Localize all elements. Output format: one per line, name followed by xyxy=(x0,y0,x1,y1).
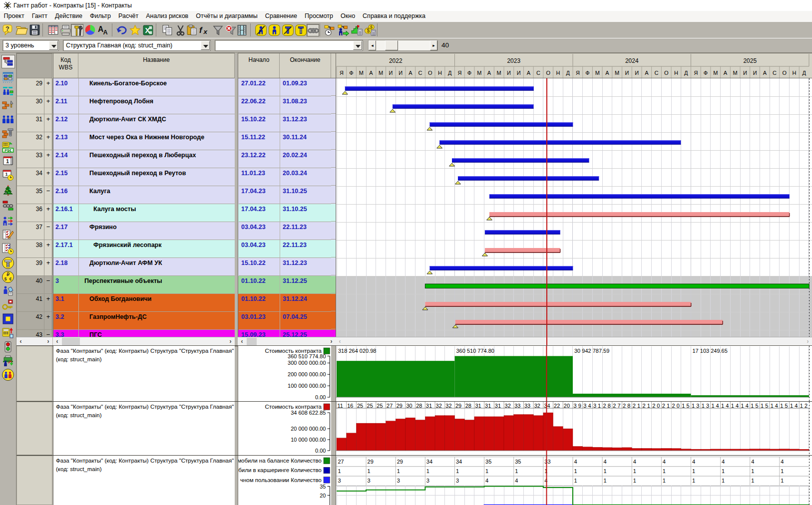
cell-start[interactable]: 17.04.23 xyxy=(239,186,280,204)
table-row-dates[interactable]: 01.10.2231.12.24 xyxy=(238,294,336,312)
collapse-button[interactable]: − xyxy=(44,222,52,240)
materials-button[interactable] xyxy=(1,127,15,140)
scroll-right-icon[interactable]: › xyxy=(227,337,234,345)
cell-finish[interactable]: 31.12.23 xyxy=(280,258,331,276)
table-row-dates[interactable]: 15.11.2230.11.24 xyxy=(238,132,336,150)
table-row-dates[interactable]: 03.04.2322.11.23 xyxy=(238,240,336,258)
cell-start[interactable]: 17.04.23 xyxy=(239,204,280,222)
budget-calc-button[interactable]: $$ xyxy=(364,24,377,36)
team-button[interactable] xyxy=(1,368,15,382)
cell-code[interactable]: 3.3 xyxy=(53,330,78,337)
table-row-dates[interactable]: 11.01.2320.03.24 xyxy=(238,168,336,186)
cell-start[interactable]: 11.01.23 xyxy=(239,168,280,186)
cell-code[interactable]: 2.17.1 xyxy=(53,240,78,258)
month-cost-bar[interactable] xyxy=(415,420,425,451)
menu-Справка и поддержка[interactable]: Справка и поддержка xyxy=(359,11,429,22)
filter-button[interactable] xyxy=(212,24,224,36)
cell-code[interactable]: 2.16 xyxy=(53,186,78,204)
menu-Фильтр[interactable]: Фильтр xyxy=(86,11,115,22)
cell-name[interactable]: Калуга мосты xyxy=(78,204,235,222)
cell-finish[interactable]: 07.04.25 xyxy=(280,312,331,330)
colors-button[interactable] xyxy=(84,24,96,36)
expand-button[interactable]: + xyxy=(44,78,52,96)
row-number[interactable]: 35 xyxy=(17,186,44,204)
cell-name[interactable]: Мост через Ока в Нижнем Новгороде xyxy=(78,132,235,150)
cell-start[interactable]: 15.11.22 xyxy=(239,132,280,150)
cell-name[interactable]: Дюртюли-Ачит АФМ УК xyxy=(78,258,235,276)
cut-button[interactable] xyxy=(174,24,187,36)
row-number[interactable]: 34 xyxy=(17,168,44,186)
cell-finish[interactable]: 20.02.24 xyxy=(280,150,331,168)
month-cost-bar[interactable] xyxy=(494,417,504,451)
undo-button[interactable] xyxy=(116,24,128,36)
year-cost-bar[interactable] xyxy=(337,361,454,397)
schedule-calc-button[interactable] xyxy=(324,24,336,36)
cell-finish[interactable]: 20.03.24 xyxy=(280,168,331,186)
cell-name[interactable]: ГазпромНефть-ДС xyxy=(78,312,235,330)
cell-finish[interactable]: 31.08.23 xyxy=(280,96,331,114)
month-cost-bar[interactable] xyxy=(366,423,376,451)
cell-name[interactable]: Фрязино xyxy=(78,222,235,240)
month-cost-bar[interactable] xyxy=(484,417,494,451)
month-cost-bar[interactable] xyxy=(445,416,455,451)
cell-code[interactable]: 2.14 xyxy=(53,150,78,168)
open-button[interactable] xyxy=(15,24,28,36)
table-row-dates[interactable]: 17.04.2331.10.25 xyxy=(238,204,336,222)
resource-calc-button[interactable] xyxy=(337,24,350,36)
options-button[interactable] xyxy=(71,24,83,36)
table-row-dates[interactable]: 15.10.2231.12.23 xyxy=(238,258,336,276)
expand-button[interactable]: + xyxy=(44,204,52,222)
print-button[interactable] xyxy=(59,24,72,36)
cell-name[interactable]: Дюртюли-Ачит СК ХМДС xyxy=(78,114,235,132)
scroll-thumb[interactable] xyxy=(247,338,257,345)
access-button[interactable] xyxy=(1,298,15,312)
cell-start[interactable]: 15.10.22 xyxy=(239,114,280,132)
scroll-left-icon[interactable]: ‹ xyxy=(54,337,60,345)
numbers-hscrollbar[interactable]: ‹› xyxy=(16,337,52,345)
menu-Отчёты и диаграммы[interactable]: Отчёты и диаграммы xyxy=(192,11,261,22)
excel-export-button[interactable]: X xyxy=(142,24,154,36)
month-cost-bar[interactable] xyxy=(396,419,406,451)
month-cost-bar[interactable] xyxy=(347,433,357,451)
month-cost-bar[interactable] xyxy=(652,449,662,451)
gantt-hscrollbar[interactable]: ‹› xyxy=(336,337,812,345)
month-cost-bar[interactable] xyxy=(386,421,396,451)
cell-code[interactable]: 2.17 xyxy=(53,222,78,240)
expand-button[interactable]: + xyxy=(44,168,52,186)
table-row[interactable]: 2.17Фрязино xyxy=(53,222,235,240)
cell-name[interactable]: Фрязинский лесопарк xyxy=(78,240,235,258)
row-number[interactable]: 39 xyxy=(17,258,44,276)
cell-start[interactable]: 01.10.22 xyxy=(239,276,280,294)
scroll-left-icon[interactable]: ‹ xyxy=(17,337,24,345)
currency-circle-button[interactable]: ₽$€ xyxy=(1,270,15,284)
level-combo[interactable]: 3 уровень xyxy=(2,40,59,51)
gantt-bar-2.17[interactable] xyxy=(485,230,560,235)
dashboard-button[interactable] xyxy=(1,71,15,84)
month-cost-bar[interactable] xyxy=(337,438,347,451)
activity-list-button[interactable]: 1 xyxy=(1,229,15,242)
month-cost-bar[interactable] xyxy=(514,415,524,451)
collapse-button[interactable]: − xyxy=(44,330,52,337)
row-number[interactable]: 30 xyxy=(17,96,44,114)
chevron-down-icon[interactable] xyxy=(49,41,58,50)
cell-finish[interactable]: 31.12.24 xyxy=(280,294,331,312)
show-materials-button[interactable] xyxy=(295,24,307,36)
menu-Расчёт[interactable]: Расчёт xyxy=(115,11,142,22)
cost-center-button[interactable]: P$€ xyxy=(1,141,15,154)
table-row[interactable]: 2.13Мост через Ока в Нижнем Новгороде xyxy=(53,132,235,150)
month-cost-bar[interactable] xyxy=(632,448,642,451)
table-row[interactable]: 2.11Нефтепровод Лобня xyxy=(53,96,235,114)
expand-button[interactable]: + xyxy=(44,258,52,276)
table-row[interactable]: 2.15Пешеходный переход в Реутов xyxy=(53,168,235,186)
report-calc-button[interactable] xyxy=(1,326,15,340)
table-row[interactable]: 2.10Кинель-Богатое-Борское xyxy=(53,78,235,96)
row-number[interactable]: 40 xyxy=(17,276,44,294)
month-cost-bar[interactable] xyxy=(464,420,474,451)
table-row[interactable]: 2.16Калуга xyxy=(53,186,235,204)
row-scrollbar[interactable]: ◂▸ xyxy=(368,40,438,51)
cell-code[interactable]: 2.18 xyxy=(53,258,78,276)
row-number[interactable]: 32 xyxy=(17,132,44,150)
expand-button[interactable]: + xyxy=(44,96,52,114)
scroll-right-icon[interactable]: › xyxy=(328,337,335,345)
month-cost-bar[interactable] xyxy=(573,446,583,451)
